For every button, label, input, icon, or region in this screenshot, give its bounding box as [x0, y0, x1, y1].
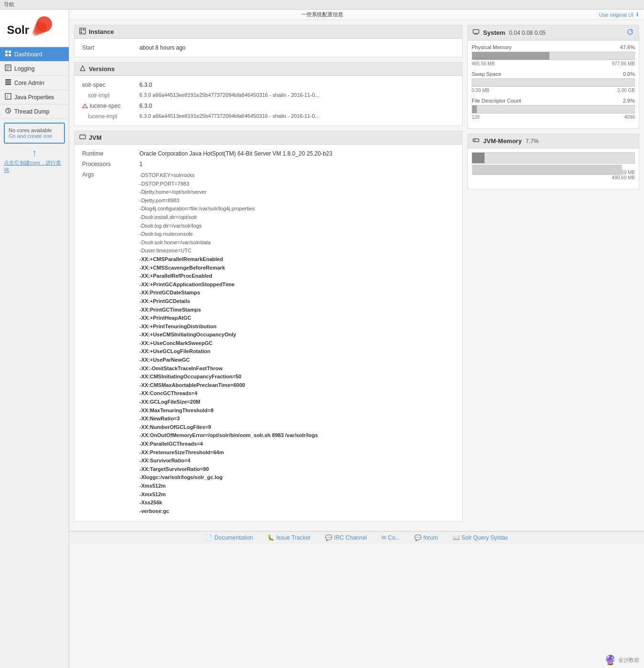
versions-body: solr-spec 6.3.0 solr-impl 6.3.0 a66a4451… [74, 76, 462, 125]
system-header: System 0.04 0.08 0.05 [468, 25, 639, 41]
arg-line: -XX:+CMSParallelRemarkEnabled [139, 255, 454, 264]
jvm-memory-bar [472, 152, 635, 164]
watermark-text: 金沙数据 [618, 657, 639, 664]
app-wrapper: 导航 Solr Da [0, 0, 644, 668]
annotation-create-core[interactable]: 点击它创建core，进行查询 [4, 159, 65, 174]
svg-rect-25 [80, 135, 85, 139]
jvm-memory-percent: 7.7% [526, 138, 538, 145]
instance-icon [79, 28, 86, 36]
version-value: 6.3.0 a66a44513ee8191e25b477372094bfa846… [136, 111, 458, 122]
versions-icon [79, 65, 86, 73]
versions-section-title: Versions [74, 63, 462, 76]
svg-rect-24 [81, 31, 82, 33]
left-panel: Instance Start about 8 hours ago [74, 25, 463, 526]
solr-query-syntax-label: Solr Query Syntax [462, 534, 508, 541]
version-label: lucene-impl [78, 111, 136, 122]
arg-line: -XX:+UseConcMarkSweepGC [139, 339, 454, 348]
physical-memory-total: 977.86 MB [612, 61, 635, 66]
version-label: solr-impl [78, 90, 136, 101]
irc-channel-link[interactable]: 💬 IRC Channel [325, 534, 367, 541]
refresh-icon[interactable] [626, 28, 634, 37]
forum-link[interactable]: 💬 forum [414, 534, 438, 541]
no-cores-box: No cores available Go and create one [4, 123, 65, 144]
arg-line: -XX:+PrintTenuringDistribution [139, 323, 454, 331]
version-label: solr-spec [78, 80, 136, 90]
solr-logo: Solr [5, 14, 57, 41]
file-descriptor-used: 120 [472, 115, 480, 120]
runtime-value: Oracle Corporation Java HotSpot(TM) 64-B… [136, 148, 458, 159]
arg-line: -XX:+PrintGCApplicationStoppedTime [139, 281, 454, 289]
file-descriptor-bar [472, 105, 635, 114]
jvm-args-list: -DSTOP.KEY=solrrocks -DSTOP.PORT=7983 -D… [139, 171, 454, 515]
jvm-icon [79, 134, 86, 142]
arg-line: -XX:+PrintGCDetails [139, 297, 454, 306]
thread-dump-label: Thread Dump [14, 108, 49, 115]
file-descriptor-metric: File Descriptor Count 2.9% 120 4096 [472, 98, 635, 120]
instance-section: Instance Start about 8 hours ago [74, 25, 463, 57]
solr-query-syntax-icon: 📖 [453, 534, 460, 541]
arg-line: -Dsolr.solr.home=/var/solr/data [139, 239, 454, 247]
forum-label: forum [423, 534, 438, 541]
sidebar-item-dashboard[interactable]: Dashboard [0, 47, 69, 62]
sidebar-item-thread-dump[interactable]: Thread Dump [0, 104, 69, 119]
top-bar: 导航 [0, 0, 644, 10]
swap-space-header: Swap Space 0.0% [472, 71, 635, 77]
svg-rect-7 [5, 54, 8, 56]
system-title: System [483, 29, 505, 36]
instance-body: Start about 8 hours ago [74, 39, 462, 57]
sidebar-item-core-admin[interactable]: Core Admin [0, 76, 69, 90]
version-value: 6.3.0 a66a44513ee8191e25b477372094bfa846… [136, 90, 458, 101]
svg-point-3 [32, 30, 39, 36]
svg-rect-28 [473, 30, 479, 33]
table-row: lucene-spec 6.3.0 [78, 101, 458, 111]
arg-line: -XX:+UseGCLogFileRotation [139, 347, 454, 356]
content-body: Instance Start about 8 hours ago [69, 20, 644, 531]
use-original-link[interactable]: Use original UI [599, 12, 633, 18]
args-value: -DSTOP.KEY=solrrocks -DSTOP.PORT=7983 -D… [136, 169, 458, 517]
right-panel: System 0.04 0.08 0.05 Physical Memory [467, 25, 639, 526]
no-cores-title: No cores available [9, 127, 60, 133]
issue-tracker-label: Issue Tracker [276, 534, 311, 541]
arg-line: -DSTOP.KEY=solrrocks [139, 171, 454, 180]
arg-line: -XX:NewRatio=3 [139, 415, 454, 423]
swap-space-metric: Swap Space 0.0% 0.00 MB 2.00 GB [472, 71, 635, 93]
sidebar-item-java-properties[interactable]: J Java Properties [0, 90, 69, 104]
start-value: about 8 hours ago [136, 42, 458, 53]
info-icon[interactable]: ℹ [636, 11, 638, 18]
version-value: 6.3.0 [136, 80, 458, 90]
physical-memory-label: Physical Memory [472, 44, 512, 50]
swap-space-percent: 0.0% [623, 71, 635, 77]
system-section: System 0.04 0.08 0.05 Physical Memory [467, 25, 639, 129]
arg-line: -XX:PretenureSizeThreshold=64m [139, 449, 454, 457]
java-properties-label: Java Properties [14, 94, 54, 101]
logging-label: Logging [14, 65, 35, 72]
jvm-memory-metric: 37.70 MB 490.69 MB 490.69 MB [472, 152, 635, 180]
svg-rect-23 [83, 29, 84, 31]
system-load: 0.04 0.08 0.05 [509, 30, 546, 36]
header-info-label: 一些系统配置信息 [301, 11, 343, 18]
sidebar: Solr Dashboard Logging [0, 10, 69, 668]
issue-tracker-link[interactable]: 🐛 Issue Tracker [267, 534, 311, 541]
jvm-section-title: JVM [74, 131, 462, 145]
file-descriptor-percent: 2.9% [623, 98, 635, 104]
community-link[interactable]: ✉ Co... [381, 534, 400, 541]
no-cores-sub[interactable]: Go and create one [9, 133, 60, 139]
documentation-label: Documentation [214, 534, 253, 541]
solr-query-syntax-link[interactable]: 📖 Solr Query Syntax [453, 534, 508, 541]
table-row: Runtime Oracle Corporation Java HotSpot(… [78, 148, 458, 159]
arg-line: -XX:PrintGCTimeStamps [139, 306, 454, 314]
sidebar-nav: Dashboard Logging Core Admin J [0, 47, 69, 668]
svg-rect-8 [9, 54, 11, 56]
logging-icon [5, 64, 11, 73]
table-row: Args -DSTOP.KEY=solrrocks -DSTOP.PORT=79… [78, 169, 458, 517]
sidebar-item-logging[interactable]: Logging [0, 62, 69, 76]
arg-line: -XX:SurvivorRatio=4 [139, 457, 454, 465]
file-descriptor-label: File Descriptor Count [472, 98, 521, 104]
irc-channel-icon: 💬 [325, 534, 332, 541]
svg-rect-6 [9, 51, 11, 53]
documentation-link[interactable]: 📄 Documentation [205, 534, 253, 541]
svg-rect-21 [80, 28, 85, 34]
jvm-memory-icon [473, 137, 479, 145]
arg-line: -Dsolr.install.dir=/opt/solr [139, 213, 454, 222]
irc-channel-label: IRC Channel [334, 534, 367, 541]
